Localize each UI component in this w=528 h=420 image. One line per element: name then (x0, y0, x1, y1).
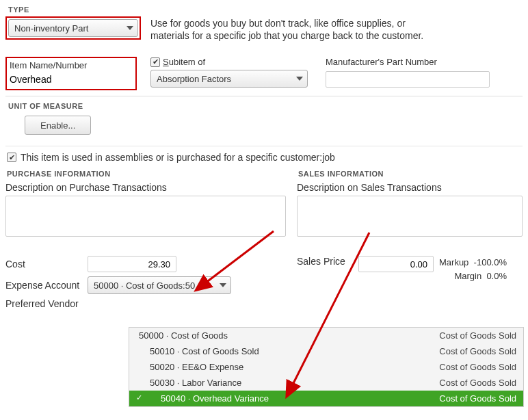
chevron-down-icon (220, 283, 226, 287)
expense-select-value: 50000 · Cost of Goods:50 (94, 280, 195, 291)
margin-value: 0.0% (486, 271, 507, 281)
purchase-desc-textarea[interactable] (5, 196, 286, 237)
markup-value: -100.0% (474, 257, 507, 267)
assembly-checkbox[interactable] (7, 153, 16, 162)
type-section-label: TYPE (8, 5, 523, 14)
subitem-select-value: Absorption Factors (157, 74, 231, 84)
purchase-header: PURCHASE INFORMATION (7, 170, 286, 178)
dropdown-item[interactable]: 50040 · Overhead VarianceCost of Goods S… (129, 391, 523, 406)
uom-label: UNIT OF MEASURE (8, 102, 523, 110)
subitem-checkbox[interactable] (150, 57, 160, 67)
markup-label: Markup (439, 257, 468, 267)
sales-desc-label: Description on Sales Transactions (297, 182, 523, 193)
dropdown-item[interactable]: 50010 · Cost of Goods SoldCost of Goods … (129, 343, 523, 359)
dropdown-item[interactable]: 50030 · Labor VarianceCost of Goods Sold (129, 375, 523, 391)
sales-price-label: Sales Price (297, 256, 358, 267)
assembly-text: This item is used in assemblies or is pu… (21, 152, 335, 163)
subitem-label: Subitem of (163, 57, 205, 67)
mfr-label: Manufacturer's Part Number (326, 57, 497, 67)
chevron-down-icon (127, 26, 133, 30)
type-select[interactable]: Non-inventory Part (8, 19, 138, 37)
item-name-label: Item Name/Number (10, 60, 133, 70)
mfr-input[interactable] (326, 71, 490, 88)
sales-desc-textarea[interactable] (297, 196, 523, 237)
vendor-label: Preferred Vendor (5, 298, 88, 309)
sales-header: SALES INFORMATION (298, 170, 523, 178)
purchase-desc-label: Description on Purchase Transactions (5, 182, 286, 193)
sales-price-input[interactable] (358, 256, 434, 272)
expense-label: Expense Account (5, 280, 88, 291)
expense-account-select[interactable]: 50000 · Cost of Goods:50 (88, 276, 231, 294)
cost-label: Cost (5, 259, 88, 270)
dropdown-item[interactable]: 50000 · Cost of GoodsCost of Goods Sold (129, 328, 523, 343)
chevron-down-icon (296, 77, 303, 81)
type-select-value: Non-inventory Part (14, 23, 88, 34)
enable-button[interactable]: Enable... (25, 116, 91, 135)
margin-label: Margin (454, 271, 481, 281)
item-name-input[interactable] (10, 72, 129, 87)
expense-account-dropdown[interactable]: 50000 · Cost of GoodsCost of Goods Sold5… (129, 327, 524, 407)
subitem-select[interactable]: Absorption Factors (150, 70, 308, 88)
cost-input[interactable] (88, 256, 176, 272)
dropdown-item[interactable]: 50020 · EE&O ExpenseCost of Goods Sold (129, 359, 523, 375)
type-description: Use for goods you buy but don't track, l… (150, 16, 445, 42)
